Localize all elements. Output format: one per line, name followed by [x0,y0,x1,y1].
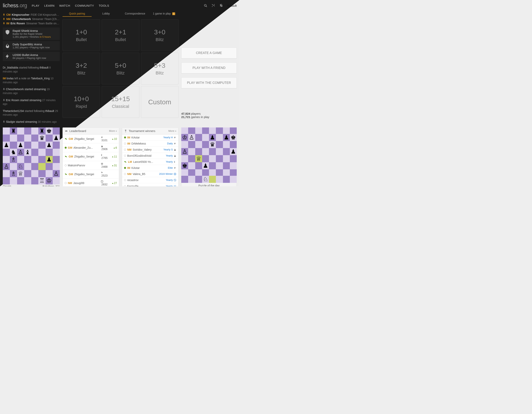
games-in-play-badge: 1 [172,12,175,15]
board-square [202,155,209,162]
tournament-winner-row[interactable]: NM Sviridov_Valery Yearly S [122,147,178,153]
tab-correspondence[interactable]: Correspondence [121,12,150,17]
board-square [10,135,17,142]
rabbit-icon [174,160,176,163]
nav-tools[interactable]: TOOLS [99,4,109,7]
tournament-winner-row[interactable]: IM KAstar Elite [122,165,178,171]
flame-icon [174,148,176,151]
leaderboard-more[interactable]: More » [109,129,117,132]
logo[interactable]: lichess.org [3,2,27,9]
board-square [38,163,45,170]
winners-more[interactable]: More » [169,129,176,132]
leaderboard-row[interactable]: GM Zhigalko_Sergei 2523 [63,170,119,178]
board-square [181,128,188,134]
board-square [46,149,53,156]
board-square [10,177,17,184]
streamer-item[interactable]: CM Kingscrusher FIDE CM Kingscrusher pla… [3,13,60,17]
sidebar-right: CREATE A GAME PLAY WITH A FRIEND PLAY WI… [181,11,237,119]
board-square [202,169,209,176]
board-square [3,128,10,135]
mic-icon [3,88,5,90]
play-with-computer-button[interactable]: PLAY WITH THE COMPUTER [181,77,237,88]
board-square [24,163,31,170]
streamer-item[interactable]: NM ChessNetwork Streamer !Team [Chess... [3,17,60,21]
tournament-winner-row[interactable]: IM DrMelekess Daily [122,140,178,147]
notifications-icon[interactable] [219,4,223,7]
offline-dot-icon [124,149,126,151]
board-square [230,176,237,183]
tournament-winner-row[interactable]: BornOfGodAndVoid Yearly [122,153,178,159]
qp-bullet-1-0[interactable]: 1+0 Bullet [63,19,100,51]
tournament-winner-row[interactable]: LM Lance5500-Yo... Yearly [122,159,178,165]
board-square [223,169,230,176]
board-square [202,148,209,155]
board-square [216,128,223,134]
user-menu[interactable]: thibault [227,4,237,7]
nav-watch[interactable]: WATCH [59,4,70,7]
tab-quick-pairing[interactable]: Quick pairing [63,12,92,17]
board-square: ♛ [38,135,45,142]
timeline-item: Dr_blablabla started following thibault … [3,64,60,75]
board-square [188,155,195,162]
qp-blitz-5-0[interactable]: 5+0 Blitz [102,53,139,84]
tournament-winner-row[interactable]: NM Valera_B5 2019 Winter [122,171,178,177]
challenges-icon[interactable] [211,4,215,7]
cursor-icon [101,171,104,174]
board-square: ♔ [46,177,53,184]
qp-blitz-3-0[interactable]: 3+0 Blitz [141,19,179,51]
leaderboard-row[interactable]: MaksimPanov 2468 31 [63,161,119,170]
puzzle-of-the-day[interactable]: ♔♙♟♟♚♛♙♟♕♚♟♘ Puzzle of the day Black to … [181,128,237,186]
qp-blitz-5-3[interactable]: 5+3 Blitz [141,53,179,84]
event-item[interactable]: Rapid Shield Arena Battle for the Rapid … [3,28,60,40]
qp-classical-15-15[interactable]: 15+15 Classical [102,86,139,118]
board-square [209,155,216,162]
tournament-winner-row[interactable]: Farmville Yearly [122,183,178,186]
board-square [46,170,53,177]
featured-game[interactable]: ♜♜♚♛♟♟♟♟♞♙♝♗♟♙♘♗♕♙♖♔ Ckaakk Babafingo_32… [3,128,60,186]
timeline-item: Sladgie started streaming 30 minutes ago [3,119,60,126]
board-square [24,128,31,135]
leaderboard-row[interactable]: NM Jasugi99 2832 27 [63,178,119,186]
board-square [223,148,230,155]
tournament-winner-row[interactable]: IM KAstar Yearly H [122,134,178,140]
bolt-icon [174,166,176,169]
board-square: ♘ [17,163,24,170]
board-square [181,155,188,162]
board-square: ♟ [53,135,60,142]
tournament-winner-row[interactable]: recastrov Yearly [122,177,178,183]
board-square [3,135,10,142]
board-square [53,128,60,135]
tab-lobby[interactable]: Lobby [92,12,121,17]
board-square [216,148,223,155]
board-square [3,149,10,156]
crown-icon [65,129,68,132]
nav-learn[interactable]: LEARN [44,4,55,7]
nav-play[interactable]: PLAY [32,4,39,7]
play-with-friend-button[interactable]: PLAY WITH A FRIEND [181,63,237,74]
board-square [38,142,45,149]
board-square [216,134,223,141]
board-square [31,177,38,184]
qp-rapid-10-0[interactable]: 10+0 Rapid [63,86,100,118]
qp-custom[interactable]: Custom [141,86,179,118]
offline-dot-icon [124,155,126,157]
leaderboard-row[interactable]: GM Zhigalko_Sergei 2765 11 [63,152,119,161]
nav-community[interactable]: COMMUNITY [75,4,94,7]
search-icon[interactable] [204,4,207,7]
streamer-item[interactable]: IM Eric Rosen Streamer Team Battle on li… [3,21,60,26]
event-item[interactable]: U2000 Bullet Arena 84 players • Playing … [3,52,60,61]
event-item[interactable]: Daily SuperBlitz Arena 1,392 players • P… [3,41,60,50]
create-game-button[interactable]: CREATE A GAME [181,47,237,58]
leaderboard-row[interactable]: GM Zhigalko_Sergei 3101 10 [63,134,119,143]
leaderboard-row[interactable]: GM Alexander_Zu... 2906 6 [63,143,119,152]
patron-wing-icon [65,155,67,158]
logo-suffix: .org [18,2,27,9]
board-square [3,170,10,177]
qp-bullet-2-1[interactable]: 2+1 Bullet [102,19,139,51]
board-square: ♟ [17,142,24,149]
board-square [216,162,223,169]
board-square [38,149,45,156]
board-square [230,162,237,169]
qp-blitz-3-2[interactable]: 3+2 Blitz [63,53,100,84]
tab-games-in-play[interactable]: 1 game in play 1 [150,12,179,17]
